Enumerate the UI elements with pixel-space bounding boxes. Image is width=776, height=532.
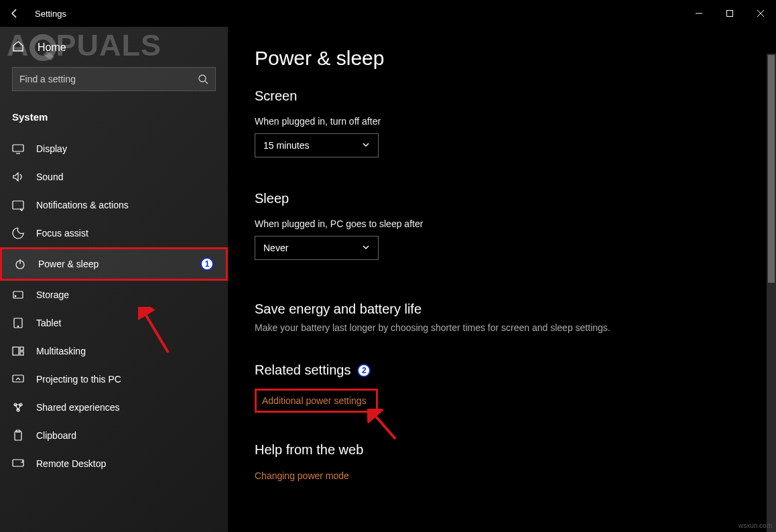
- svg-rect-6: [13, 145, 23, 151]
- sidebar-item-label: Shared experiences: [36, 402, 120, 413]
- svg-rect-11: [13, 291, 23, 298]
- power-icon: [14, 258, 26, 270]
- remote-desktop-icon: [12, 458, 24, 470]
- home-label: Home: [38, 42, 66, 54]
- sidebar-item-remote-desktop[interactable]: Remote Desktop: [0, 450, 228, 478]
- category-header: System: [0, 107, 228, 135]
- sidebar-item-label: Projecting to this PC: [36, 374, 121, 385]
- sidebar-item-clipboard[interactable]: Clipboard: [0, 421, 228, 450]
- annotation-marker-2: 2: [357, 364, 371, 377]
- sound-icon: [12, 171, 24, 183]
- screen-off-label: When plugged in, turn off after: [255, 116, 749, 127]
- svg-rect-18: [13, 375, 23, 382]
- chevron-down-icon: [362, 140, 370, 151]
- minimize-button[interactable]: [684, 0, 714, 27]
- back-button[interactable]: [7, 5, 23, 21]
- window-title: Settings: [35, 9, 66, 19]
- sidebar-item-notifications[interactable]: Notifications & actions: [0, 191, 228, 219]
- svg-rect-8: [13, 201, 23, 209]
- titlebar-left: Settings: [7, 5, 66, 21]
- search-input[interactable]: [19, 74, 198, 84]
- clipboard-icon: [12, 429, 24, 442]
- battery-desc: Make your battery last longer by choosin…: [255, 322, 749, 333]
- home-icon: [12, 40, 24, 55]
- sidebar-item-label: Focus assist: [36, 228, 88, 239]
- svg-line-5: [205, 81, 208, 84]
- shared-experiences-icon: [12, 401, 24, 413]
- sidebar-item-projecting[interactable]: Projecting to this PC: [0, 365, 228, 393]
- sidebar-item-multitasking[interactable]: Multitasking: [0, 337, 228, 365]
- sleep-label: When plugged in, PC goes to sleep after: [255, 218, 749, 229]
- scrollbar-thumb[interactable]: [768, 55, 775, 283]
- svg-point-12: [15, 295, 16, 297]
- sleep-heading: Sleep: [255, 191, 749, 206]
- sidebar-item-tablet[interactable]: Tablet: [0, 309, 228, 337]
- sidebar-item-label: Power & sleep: [38, 259, 99, 269]
- sidebar-item-label: Sound: [36, 172, 63, 182]
- screen-timeout-select[interactable]: 15 minutes: [255, 133, 379, 157]
- image-credit: wsxun.com: [738, 522, 772, 529]
- sidebar-item-shared-experiences[interactable]: Shared experiences: [0, 393, 228, 421]
- close-button[interactable]: [745, 0, 776, 27]
- storage-icon: [12, 289, 24, 301]
- window-controls: [684, 0, 776, 27]
- sidebar-item-focus-assist[interactable]: Focus assist: [0, 219, 228, 247]
- titlebar: Settings: [0, 0, 776, 27]
- screen-timeout-value: 15 minutes: [263, 140, 309, 151]
- scrollbar-track[interactable]: [767, 54, 776, 532]
- sidebar-item-label: Display: [36, 143, 67, 154]
- related-heading-row: Related settings 2: [255, 362, 749, 378]
- main-content: Power & sleep Screen When plugged in, tu…: [228, 27, 776, 532]
- display-icon: [12, 143, 24, 155]
- search-box[interactable]: [12, 67, 216, 91]
- related-heading: Related settings: [255, 362, 350, 378]
- svg-rect-16: [20, 347, 23, 350]
- body: Home System Display Sound: [0, 27, 776, 532]
- maximize-button[interactable]: [714, 0, 745, 27]
- svg-point-4: [199, 75, 206, 82]
- multitasking-icon: [12, 345, 24, 357]
- changing-power-mode-link[interactable]: Changing power mode: [255, 470, 349, 481]
- focus-assist-icon: [12, 227, 24, 239]
- sidebar-item-label: Clipboard: [36, 430, 76, 441]
- settings-window: Settings Home: [0, 0, 776, 532]
- svg-rect-1: [727, 11, 733, 17]
- chevron-down-icon: [362, 243, 370, 253]
- notifications-icon: [12, 199, 24, 211]
- svg-rect-17: [20, 352, 23, 355]
- sidebar-item-label: Storage: [36, 289, 69, 300]
- annotation-marker-1: 1: [200, 257, 214, 271]
- sidebar-item-sound[interactable]: Sound: [0, 163, 228, 191]
- screen-heading: Screen: [255, 88, 749, 104]
- sidebar-item-display[interactable]: Display: [0, 135, 228, 163]
- projecting-icon: [12, 373, 24, 385]
- page-title: Power & sleep: [255, 47, 749, 70]
- svg-rect-15: [13, 347, 19, 355]
- sidebar-item-label: Notifications & actions: [36, 200, 129, 210]
- sidebar-item-label: Tablet: [36, 318, 61, 328]
- sidebar-item-label: Remote Desktop: [36, 458, 106, 469]
- sleep-timeout-select[interactable]: Never: [255, 236, 379, 260]
- svg-rect-24: [13, 460, 23, 466]
- svg-point-14: [17, 326, 18, 326]
- sidebar-item-power-sleep[interactable]: Power & sleep 1: [0, 247, 228, 281]
- svg-rect-22: [15, 431, 21, 440]
- sleep-timeout-value: Never: [263, 243, 288, 253]
- sidebar-item-label: Multitasking: [36, 346, 86, 356]
- additional-power-settings-highlight: Additional power settings: [255, 389, 378, 413]
- sidebar-item-storage[interactable]: Storage: [0, 281, 228, 309]
- home-button[interactable]: Home: [0, 34, 228, 67]
- search-icon: [198, 74, 208, 84]
- sidebar: Home System Display Sound: [0, 27, 228, 532]
- additional-power-settings-link[interactable]: Additional power settings: [262, 395, 367, 406]
- help-heading: Help from the web: [255, 442, 749, 458]
- battery-heading: Save energy and battery life: [255, 302, 749, 317]
- tablet-icon: [12, 317, 24, 329]
